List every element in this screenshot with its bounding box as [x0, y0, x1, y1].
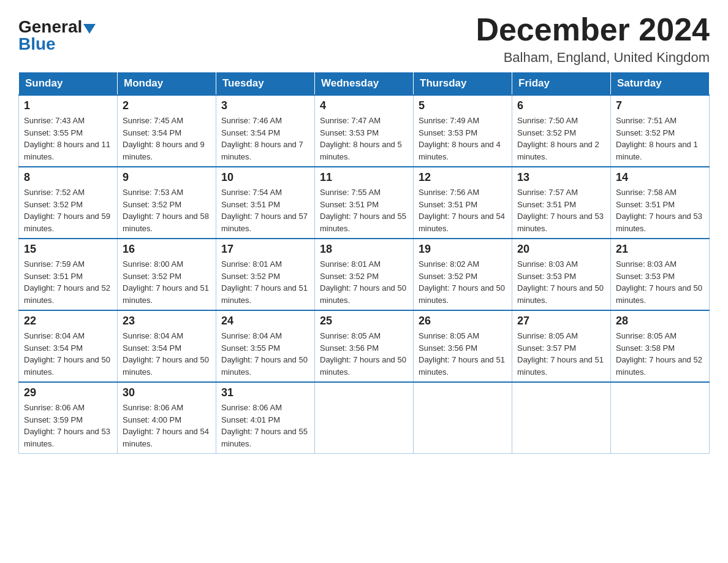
logo-blue: Blue: [18, 36, 56, 53]
day-number: 23: [123, 315, 211, 327]
calendar-cell: 15 Sunrise: 7:59 AM Sunset: 3:51 PM Dayl…: [19, 239, 118, 310]
title-block: December 2024 Balham, England, United Ki…: [476, 12, 710, 66]
calendar-cell: 11 Sunrise: 7:55 AM Sunset: 3:51 PM Dayl…: [315, 167, 414, 239]
day-info: Sunrise: 7:55 AM Sunset: 3:51 PM Dayligh…: [320, 186, 408, 234]
logo-triangle-icon: [83, 24, 96, 34]
week-row-4: 22 Sunrise: 8:04 AM Sunset: 3:54 PM Dayl…: [19, 310, 710, 382]
day-number: 31: [221, 386, 309, 399]
day-info: Sunrise: 7:58 AM Sunset: 3:51 PM Dayligh…: [616, 186, 704, 234]
calendar-cell: 22 Sunrise: 8:04 AM Sunset: 3:54 PM Dayl…: [19, 310, 118, 382]
calendar-cell: 27 Sunrise: 8:05 AM Sunset: 3:57 PM Dayl…: [512, 310, 611, 382]
day-number: 11: [320, 171, 408, 184]
day-number: 8: [24, 171, 112, 184]
week-row-1: 1 Sunrise: 7:43 AM Sunset: 3:55 PM Dayli…: [19, 95, 710, 167]
day-number: 12: [419, 171, 507, 184]
day-info: Sunrise: 8:04 AM Sunset: 3:54 PM Dayligh…: [123, 330, 211, 378]
calendar-cell: [512, 382, 611, 454]
day-number: 20: [517, 243, 605, 256]
day-number: 13: [517, 171, 605, 184]
location: Balham, England, United Kingdom: [476, 50, 710, 66]
calendar-cell: [315, 382, 414, 454]
day-info: Sunrise: 8:04 AM Sunset: 3:54 PM Dayligh…: [24, 330, 112, 378]
day-number: 9: [123, 171, 211, 184]
calendar-cell: 5 Sunrise: 7:49 AM Sunset: 3:53 PM Dayli…: [414, 95, 512, 167]
calendar-cell: 3 Sunrise: 7:46 AM Sunset: 3:54 PM Dayli…: [216, 95, 315, 167]
day-info: Sunrise: 8:00 AM Sunset: 3:52 PM Dayligh…: [123, 258, 211, 306]
day-info: Sunrise: 7:47 AM Sunset: 3:53 PM Dayligh…: [320, 115, 408, 163]
calendar-cell: 21 Sunrise: 8:03 AM Sunset: 3:53 PM Dayl…: [611, 239, 710, 310]
day-number: 7: [616, 99, 704, 112]
day-info: Sunrise: 8:04 AM Sunset: 3:55 PM Dayligh…: [221, 330, 309, 378]
day-number: 14: [616, 171, 704, 184]
day-number: 5: [419, 99, 507, 112]
day-number: 18: [320, 243, 408, 256]
calendar-cell: 29 Sunrise: 8:06 AM Sunset: 3:59 PM Dayl…: [19, 382, 118, 454]
day-info: Sunrise: 8:03 AM Sunset: 3:53 PM Dayligh…: [517, 258, 605, 306]
calendar-cell: [611, 382, 710, 454]
day-info: Sunrise: 7:57 AM Sunset: 3:51 PM Dayligh…: [517, 186, 605, 234]
month-title: December 2024: [476, 12, 710, 47]
calendar-cell: 16 Sunrise: 8:00 AM Sunset: 3:52 PM Dayl…: [118, 239, 216, 310]
day-number: 17: [221, 243, 309, 256]
day-number: 1: [24, 99, 112, 112]
calendar-cell: 23 Sunrise: 8:04 AM Sunset: 3:54 PM Dayl…: [118, 310, 216, 382]
day-number: 29: [24, 386, 112, 399]
logo: General Blue: [18, 18, 96, 53]
calendar-cell: 17 Sunrise: 8:01 AM Sunset: 3:52 PM Dayl…: [216, 239, 315, 310]
calendar-cell: 25 Sunrise: 8:05 AM Sunset: 3:56 PM Dayl…: [315, 310, 414, 382]
calendar-cell: 2 Sunrise: 7:45 AM Sunset: 3:54 PM Dayli…: [118, 95, 216, 167]
page-header: General Blue December 2024 Balham, Engla…: [18, 12, 710, 66]
day-info: Sunrise: 8:05 AM Sunset: 3:58 PM Dayligh…: [616, 330, 704, 378]
calendar-cell: 20 Sunrise: 8:03 AM Sunset: 3:53 PM Dayl…: [512, 239, 611, 310]
day-info: Sunrise: 7:54 AM Sunset: 3:51 PM Dayligh…: [221, 186, 309, 234]
day-number: 19: [419, 243, 507, 256]
day-number: 25: [320, 315, 408, 327]
day-info: Sunrise: 7:52 AM Sunset: 3:52 PM Dayligh…: [24, 186, 112, 234]
header-tuesday: Tuesday: [216, 72, 315, 96]
day-info: Sunrise: 7:51 AM Sunset: 3:52 PM Dayligh…: [616, 115, 704, 163]
day-number: 10: [221, 171, 309, 184]
day-number: 6: [517, 99, 605, 112]
header-sunday: Sunday: [19, 72, 118, 96]
day-number: 24: [221, 315, 309, 327]
calendar-cell: [414, 382, 512, 454]
logo-general: General: [18, 18, 82, 36]
day-info: Sunrise: 8:06 AM Sunset: 4:00 PM Dayligh…: [123, 402, 211, 450]
day-number: 30: [123, 386, 211, 399]
header-wednesday: Wednesday: [315, 72, 414, 96]
day-number: 3: [221, 99, 309, 112]
day-info: Sunrise: 8:02 AM Sunset: 3:52 PM Dayligh…: [419, 258, 507, 306]
week-row-5: 29 Sunrise: 8:06 AM Sunset: 3:59 PM Dayl…: [19, 382, 710, 454]
calendar-cell: 10 Sunrise: 7:54 AM Sunset: 3:51 PM Dayl…: [216, 167, 315, 239]
calendar-cell: 26 Sunrise: 8:05 AM Sunset: 3:56 PM Dayl…: [414, 310, 512, 382]
day-number: 28: [616, 315, 704, 327]
calendar-cell: 28 Sunrise: 8:05 AM Sunset: 3:58 PM Dayl…: [611, 310, 710, 382]
day-info: Sunrise: 8:05 AM Sunset: 3:57 PM Dayligh…: [517, 330, 605, 378]
calendar-cell: 31 Sunrise: 8:06 AM Sunset: 4:01 PM Dayl…: [216, 382, 315, 454]
day-number: 15: [24, 243, 112, 256]
day-info: Sunrise: 7:45 AM Sunset: 3:54 PM Dayligh…: [123, 115, 211, 163]
day-info: Sunrise: 7:53 AM Sunset: 3:52 PM Dayligh…: [123, 186, 211, 234]
day-info: Sunrise: 8:05 AM Sunset: 3:56 PM Dayligh…: [320, 330, 408, 378]
calendar-cell: 24 Sunrise: 8:04 AM Sunset: 3:55 PM Dayl…: [216, 310, 315, 382]
calendar-cell: 13 Sunrise: 7:57 AM Sunset: 3:51 PM Dayl…: [512, 167, 611, 239]
calendar-cell: 18 Sunrise: 8:01 AM Sunset: 3:52 PM Dayl…: [315, 239, 414, 310]
day-info: Sunrise: 7:56 AM Sunset: 3:51 PM Dayligh…: [419, 186, 507, 234]
day-info: Sunrise: 8:06 AM Sunset: 3:59 PM Dayligh…: [24, 402, 112, 450]
weekday-header-row: Sunday Monday Tuesday Wednesday Thursday…: [19, 72, 710, 96]
calendar-cell: 8 Sunrise: 7:52 AM Sunset: 3:52 PM Dayli…: [19, 167, 118, 239]
day-info: Sunrise: 7:59 AM Sunset: 3:51 PM Dayligh…: [24, 258, 112, 306]
calendar-cell: 9 Sunrise: 7:53 AM Sunset: 3:52 PM Dayli…: [118, 167, 216, 239]
day-info: Sunrise: 8:01 AM Sunset: 3:52 PM Dayligh…: [320, 258, 408, 306]
day-info: Sunrise: 7:50 AM Sunset: 3:52 PM Dayligh…: [517, 115, 605, 163]
calendar-cell: 12 Sunrise: 7:56 AM Sunset: 3:51 PM Dayl…: [414, 167, 512, 239]
calendar-cell: 1 Sunrise: 7:43 AM Sunset: 3:55 PM Dayli…: [19, 95, 118, 167]
day-info: Sunrise: 7:43 AM Sunset: 3:55 PM Dayligh…: [24, 115, 112, 163]
day-info: Sunrise: 7:49 AM Sunset: 3:53 PM Dayligh…: [419, 115, 507, 163]
calendar-cell: 14 Sunrise: 7:58 AM Sunset: 3:51 PM Dayl…: [611, 167, 710, 239]
calendar-cell: 4 Sunrise: 7:47 AM Sunset: 3:53 PM Dayli…: [315, 95, 414, 167]
day-number: 22: [24, 315, 112, 327]
day-number: 27: [517, 315, 605, 327]
day-info: Sunrise: 8:03 AM Sunset: 3:53 PM Dayligh…: [616, 258, 704, 306]
calendar-cell: 7 Sunrise: 7:51 AM Sunset: 3:52 PM Dayli…: [611, 95, 710, 167]
